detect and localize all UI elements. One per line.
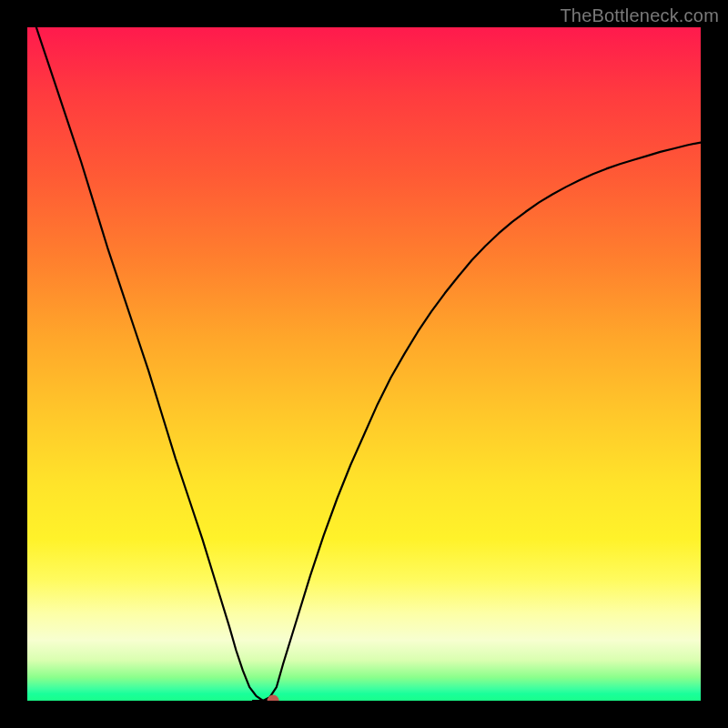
bottleneck-curve	[27, 27, 701, 701]
optimum-marker	[268, 695, 279, 702]
watermark-text: TheBottleneck.com	[560, 5, 719, 26]
chart-svg	[27, 27, 701, 701]
plot-area	[27, 27, 701, 701]
chart-frame: TheBottleneck.com	[0, 0, 728, 728]
